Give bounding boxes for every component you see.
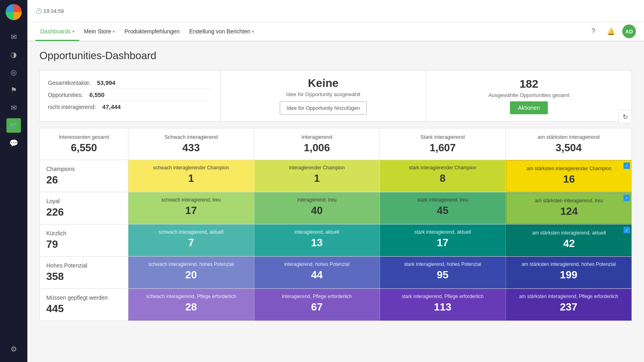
grid-label-0[interactable]: Champions26 — [40, 160, 128, 192]
grid-cell-0-2[interactable]: stark interagierender Champion 8 — [380, 160, 506, 192]
sidebar-icon-email2[interactable]: ✉ — [6, 101, 21, 115]
cell-num: 42 — [513, 237, 625, 250]
grid-row: Champions26schwach interagierender Champ… — [40, 160, 632, 192]
cell-num: 95 — [386, 269, 499, 281]
selected-num: 182 — [520, 78, 539, 90]
grid-header-schwach: Schwach interagierend 433 — [128, 128, 254, 160]
topbar: 🕐 19:34:59 — [27, 0, 644, 22]
stark-num: 1,607 — [386, 142, 499, 154]
cell-num: 16 — [513, 173, 625, 185]
am-staerksten-num: 3,504 — [512, 142, 625, 154]
grid-cell-3-2[interactable]: stark interagierend, hohes Potenzial 95 — [380, 257, 506, 288]
nav-item-produktempfehlungen[interactable]: Produktempfehlungen — [120, 22, 184, 41]
cell-num: 67 — [261, 301, 374, 313]
help-button[interactable]: ? — [587, 25, 600, 38]
stark-label: Stark interagierend — [386, 134, 499, 140]
grid-cell-4-0[interactable]: schwach interagierend, Pflege erforderli… — [128, 289, 254, 321]
cell-label: schwach interagierend, aktuell — [135, 229, 248, 235]
grid-cell-2-0[interactable]: schwach interagierend, aktuell 7 — [128, 224, 254, 256]
cell-label: interagierend, treu — [261, 197, 374, 203]
cell-num: 124 — [513, 205, 625, 218]
cell-num: 45 — [386, 204, 499, 217]
grid-label-4[interactable]: Müssen gepflegt werden445 — [40, 289, 128, 321]
nav-item-dashboards[interactable]: Dashboards ▾ — [35, 22, 79, 41]
cell-label: interagierend, hohes Potenzial — [261, 261, 374, 267]
cell-label: stark interagierend, aktuell — [386, 229, 499, 235]
actions-button[interactable]: Aktionen — [510, 101, 548, 114]
grid-cell-4-2[interactable]: stark interagierend, Pflege erforderlich… — [380, 289, 506, 321]
grid-cell-3-3[interactable]: am stärksten interagierend, hohes Potenz… — [506, 257, 632, 288]
sidebar-icon-settings[interactable]: ⚙ — [6, 342, 21, 356]
avatar-button[interactable]: AD — [622, 25, 636, 38]
summary-card-idea: Keine Idee für Opportunity ausgewählt Id… — [221, 70, 426, 121]
idee-label: Idee für Opportunity ausgewählt — [286, 91, 360, 97]
sidebar-icon-flag[interactable]: ⚑ — [6, 83, 21, 97]
cell-label: stark interagierend, treu — [386, 197, 499, 203]
check-badge: ✓ — [623, 195, 630, 201]
nav-item-berichten[interactable]: Erstellung von Berichten ▾ — [184, 22, 259, 41]
grid-header-row: Interessenten gesamt 6,550 Schwach inter… — [40, 128, 632, 160]
nav-label-dashboards: Dashboards — [40, 28, 71, 35]
nav-item-store[interactable]: Mein Store ▾ — [79, 22, 120, 41]
grid-cell-1-1[interactable]: interagierend, treu 40 — [254, 192, 380, 224]
nicht-interagierend-val: 47,444 — [102, 103, 121, 110]
clock-area: 🕐 19:34:59 — [35, 8, 64, 14]
keine-label: Keine — [308, 77, 339, 90]
grid-label-1[interactable]: Loyal226 — [40, 192, 128, 224]
grid-cell-3-0[interactable]: schwach interagierend, hohes Potenzial 2… — [128, 257, 254, 288]
cell-num: 8 — [386, 172, 499, 185]
grid-cell-0-1[interactable]: interagierender Champion 1 — [254, 160, 380, 192]
grid-cell-1-2[interactable]: stark interagierend, treu 45 — [380, 192, 506, 224]
sidebar-icon-mail[interactable]: ✉ — [6, 30, 21, 44]
grid-cell-1-3[interactable]: am stärksten interagierend, treu 124✓ — [506, 192, 632, 224]
cell-label: interagierender Champion — [261, 165, 374, 171]
grid-label-2[interactable]: Kürzlich79 — [40, 224, 128, 256]
grid-row: Loyal226schwach interagierend, treu 17in… — [40, 192, 632, 224]
nav-bar: Dashboards ▾ Mein Store ▾ Produktempfehl… — [27, 22, 644, 41]
grid-label-3[interactable]: Hohes Potenzial358 — [40, 257, 128, 288]
sidebar-icon-moon[interactable]: ◑ — [6, 47, 21, 62]
app-logo[interactable] — [6, 4, 22, 20]
opportunities-label: Opportunities: — [48, 92, 83, 98]
interessenten-label: Interessenten gesamt — [46, 134, 122, 140]
add-idea-button[interactable]: Idee für Opportunity hinzufügen — [280, 101, 367, 115]
cell-label: stark interagierender Champion — [386, 165, 499, 171]
summary-row: Gesamtkontakte: 53,994 Opportunities: 6,… — [39, 70, 632, 121]
grid-cell-4-3[interactable]: am stärksten interagierend, Pflege erfor… — [506, 289, 632, 321]
notifications-button[interactable]: 🔔 — [605, 25, 617, 38]
grid-cell-0-0[interactable]: schwach interagierender Champion 1 — [128, 160, 254, 192]
sidebar-icon-cart[interactable]: 🛒 — [6, 118, 21, 133]
grid-cell-0-3[interactable]: am stärksten interagierender Champion 16… — [506, 160, 632, 192]
nav-right: ? 🔔 AD — [587, 25, 636, 38]
refresh-button[interactable]: ↻ — [618, 110, 632, 123]
cell-label: am stärksten interagierender Champion — [513, 166, 625, 171]
selected-label: Ausgewählte Opportunities gesamt — [488, 92, 570, 98]
main-content: 🕐 19:34:59 Dashboards ▾ Mein Store ▾ Pro… — [27, 0, 644, 362]
cell-num: 237 — [512, 301, 625, 313]
grid-row: Kürzlich79schwach interagierend, aktuell… — [40, 224, 632, 257]
cell-num: 28 — [135, 301, 248, 313]
cell-label: stark interagierend, Pflege erforderlich — [386, 294, 499, 299]
check-badge: ✓ — [623, 227, 630, 233]
grid-cell-3-1[interactable]: interagierend, hohes Potenzial 44 — [254, 257, 380, 288]
grid-cell-2-1[interactable]: interagierend, aktuell 13 — [254, 224, 380, 256]
sidebar: ✉ ◑ ◎ ⚑ ✉ 🛒 💬 ⚙ — [0, 0, 27, 362]
sidebar-icon-chat[interactable]: 💬 — [6, 136, 21, 150]
grid-header-stark: Stark interagierend 1,607 — [380, 128, 506, 160]
schwach-label: Schwach interagierend — [135, 134, 248, 140]
am-staerksten-label: am stärksten interagierend — [512, 134, 625, 140]
summary-card-stats: Gesamtkontakte: 53,994 Opportunities: 6,… — [39, 70, 221, 121]
page-content: Opportunities-Dashboard ↻ Gesamtkontakte… — [27, 41, 644, 362]
grid-row: Hohes Potenzial358schwach interagierend,… — [40, 257, 632, 289]
grid-cell-4-1[interactable]: interagierend, Pflege erforderlich 67 — [254, 289, 380, 321]
cell-num: 113 — [386, 301, 499, 313]
grid-cell-2-2[interactable]: stark interagierend, aktuell 17 — [380, 224, 506, 256]
cell-label: am stärksten interagierend, treu — [513, 198, 625, 204]
cell-label: interagierend, Pflege erforderlich — [261, 294, 374, 299]
current-time: 19:34:59 — [43, 8, 64, 14]
grid-cell-2-3[interactable]: am stärksten interagierend, aktuell 42✓ — [506, 224, 632, 256]
gesamtkontakte-label: Gesamtkontakte: — [48, 80, 91, 86]
sidebar-icon-eye[interactable]: ◎ — [6, 65, 21, 80]
grid-cell-1-0[interactable]: schwach interagierend, treu 17 — [128, 192, 254, 224]
summary-card-selected: 182 Ausgewählte Opportunities gesamt Akt… — [426, 70, 632, 121]
